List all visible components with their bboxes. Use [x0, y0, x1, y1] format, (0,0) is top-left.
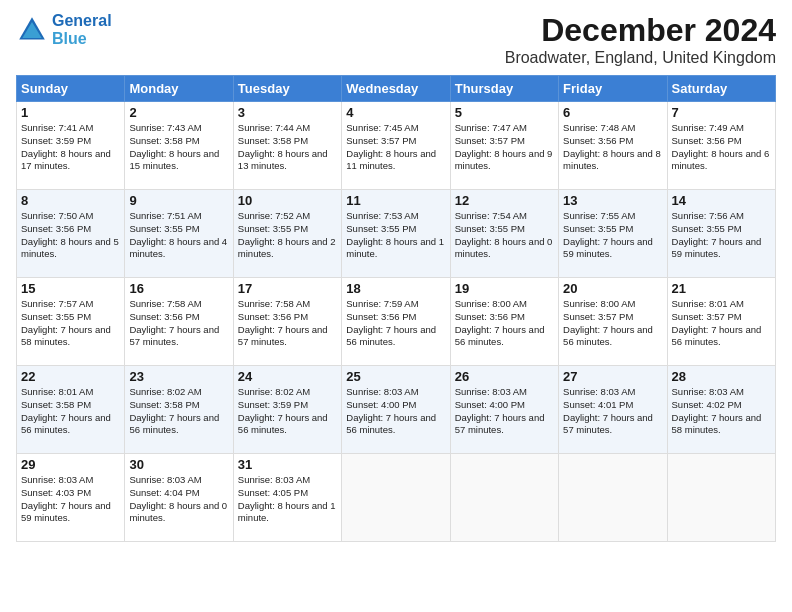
table-row: 22 Sunrise: 8:01 AMSunset: 3:58 PMDaylig…	[17, 366, 125, 454]
day-number: 4	[346, 105, 445, 120]
day-number: 3	[238, 105, 337, 120]
table-row: 11 Sunrise: 7:53 AMSunset: 3:55 PMDaylig…	[342, 190, 450, 278]
cell-info: Sunrise: 8:03 AMSunset: 4:02 PMDaylight:…	[672, 386, 762, 435]
day-number: 1	[21, 105, 120, 120]
table-row	[559, 454, 667, 542]
table-row: 9 Sunrise: 7:51 AMSunset: 3:55 PMDayligh…	[125, 190, 233, 278]
table-row: 20 Sunrise: 8:00 AMSunset: 3:57 PMDaylig…	[559, 278, 667, 366]
title-block: December 2024 Broadwater, England, Unite…	[505, 12, 776, 67]
table-row: 3 Sunrise: 7:44 AMSunset: 3:58 PMDayligh…	[233, 102, 341, 190]
cell-info: Sunrise: 7:52 AMSunset: 3:55 PMDaylight:…	[238, 210, 336, 259]
table-row: 1 Sunrise: 7:41 AMSunset: 3:59 PMDayligh…	[17, 102, 125, 190]
table-row	[667, 454, 775, 542]
table-row	[342, 454, 450, 542]
day-number: 11	[346, 193, 445, 208]
day-number: 19	[455, 281, 554, 296]
day-number: 18	[346, 281, 445, 296]
logo-icon	[16, 14, 48, 46]
cell-info: Sunrise: 7:47 AMSunset: 3:57 PMDaylight:…	[455, 122, 553, 171]
cell-info: Sunrise: 7:49 AMSunset: 3:56 PMDaylight:…	[672, 122, 770, 171]
table-row: 8 Sunrise: 7:50 AMSunset: 3:56 PMDayligh…	[17, 190, 125, 278]
day-number: 23	[129, 369, 228, 384]
table-row: 6 Sunrise: 7:48 AMSunset: 3:56 PMDayligh…	[559, 102, 667, 190]
table-row: 23 Sunrise: 8:02 AMSunset: 3:58 PMDaylig…	[125, 366, 233, 454]
day-number: 28	[672, 369, 771, 384]
day-number: 20	[563, 281, 662, 296]
cell-info: Sunrise: 7:48 AMSunset: 3:56 PMDaylight:…	[563, 122, 661, 171]
logo-text: General Blue	[52, 12, 112, 47]
cell-info: Sunrise: 7:50 AMSunset: 3:56 PMDaylight:…	[21, 210, 119, 259]
table-row: 30 Sunrise: 8:03 AMSunset: 4:04 PMDaylig…	[125, 454, 233, 542]
day-number: 17	[238, 281, 337, 296]
cell-info: Sunrise: 7:58 AMSunset: 3:56 PMDaylight:…	[129, 298, 219, 347]
day-number: 10	[238, 193, 337, 208]
table-row: 21 Sunrise: 8:01 AMSunset: 3:57 PMDaylig…	[667, 278, 775, 366]
calendar-week-row: 22 Sunrise: 8:01 AMSunset: 3:58 PMDaylig…	[17, 366, 776, 454]
calendar-week-row: 29 Sunrise: 8:03 AMSunset: 4:03 PMDaylig…	[17, 454, 776, 542]
col-wednesday: Wednesday	[342, 76, 450, 102]
day-number: 29	[21, 457, 120, 472]
table-row	[450, 454, 558, 542]
cell-info: Sunrise: 8:03 AMSunset: 4:05 PMDaylight:…	[238, 474, 336, 523]
cell-info: Sunrise: 7:56 AMSunset: 3:55 PMDaylight:…	[672, 210, 762, 259]
table-row: 29 Sunrise: 8:03 AMSunset: 4:03 PMDaylig…	[17, 454, 125, 542]
day-number: 9	[129, 193, 228, 208]
table-row: 28 Sunrise: 8:03 AMSunset: 4:02 PMDaylig…	[667, 366, 775, 454]
cell-info: Sunrise: 7:53 AMSunset: 3:55 PMDaylight:…	[346, 210, 444, 259]
table-row: 5 Sunrise: 7:47 AMSunset: 3:57 PMDayligh…	[450, 102, 558, 190]
day-number: 13	[563, 193, 662, 208]
day-number: 31	[238, 457, 337, 472]
cell-info: Sunrise: 8:03 AMSunset: 4:01 PMDaylight:…	[563, 386, 653, 435]
cell-info: Sunrise: 8:01 AMSunset: 3:58 PMDaylight:…	[21, 386, 111, 435]
table-row: 12 Sunrise: 7:54 AMSunset: 3:55 PMDaylig…	[450, 190, 558, 278]
day-number: 21	[672, 281, 771, 296]
logo: General Blue	[16, 12, 112, 47]
day-number: 8	[21, 193, 120, 208]
day-number: 7	[672, 105, 771, 120]
col-thursday: Thursday	[450, 76, 558, 102]
cell-info: Sunrise: 7:44 AMSunset: 3:58 PMDaylight:…	[238, 122, 328, 171]
day-number: 22	[21, 369, 120, 384]
table-row: 16 Sunrise: 7:58 AMSunset: 3:56 PMDaylig…	[125, 278, 233, 366]
month-title: December 2024	[505, 12, 776, 49]
table-row: 17 Sunrise: 7:58 AMSunset: 3:56 PMDaylig…	[233, 278, 341, 366]
table-row: 31 Sunrise: 8:03 AMSunset: 4:05 PMDaylig…	[233, 454, 341, 542]
day-number: 30	[129, 457, 228, 472]
cell-info: Sunrise: 8:03 AMSunset: 4:03 PMDaylight:…	[21, 474, 111, 523]
day-number: 2	[129, 105, 228, 120]
table-row: 19 Sunrise: 8:00 AMSunset: 3:56 PMDaylig…	[450, 278, 558, 366]
cell-info: Sunrise: 7:57 AMSunset: 3:55 PMDaylight:…	[21, 298, 111, 347]
col-monday: Monday	[125, 76, 233, 102]
table-row: 14 Sunrise: 7:56 AMSunset: 3:55 PMDaylig…	[667, 190, 775, 278]
table-row: 15 Sunrise: 7:57 AMSunset: 3:55 PMDaylig…	[17, 278, 125, 366]
col-tuesday: Tuesday	[233, 76, 341, 102]
cell-info: Sunrise: 8:02 AMSunset: 3:59 PMDaylight:…	[238, 386, 328, 435]
cell-info: Sunrise: 7:51 AMSunset: 3:55 PMDaylight:…	[129, 210, 227, 259]
day-number: 25	[346, 369, 445, 384]
cell-info: Sunrise: 7:55 AMSunset: 3:55 PMDaylight:…	[563, 210, 653, 259]
cell-info: Sunrise: 7:58 AMSunset: 3:56 PMDaylight:…	[238, 298, 328, 347]
col-friday: Friday	[559, 76, 667, 102]
table-row: 13 Sunrise: 7:55 AMSunset: 3:55 PMDaylig…	[559, 190, 667, 278]
cell-info: Sunrise: 8:03 AMSunset: 4:00 PMDaylight:…	[455, 386, 545, 435]
cell-info: Sunrise: 7:59 AMSunset: 3:56 PMDaylight:…	[346, 298, 436, 347]
table-row: 10 Sunrise: 7:52 AMSunset: 3:55 PMDaylig…	[233, 190, 341, 278]
location: Broadwater, England, United Kingdom	[505, 49, 776, 67]
cell-info: Sunrise: 8:02 AMSunset: 3:58 PMDaylight:…	[129, 386, 219, 435]
calendar: Sunday Monday Tuesday Wednesday Thursday…	[16, 75, 776, 542]
table-row: 4 Sunrise: 7:45 AMSunset: 3:57 PMDayligh…	[342, 102, 450, 190]
table-row: 27 Sunrise: 8:03 AMSunset: 4:01 PMDaylig…	[559, 366, 667, 454]
cell-info: Sunrise: 7:45 AMSunset: 3:57 PMDaylight:…	[346, 122, 436, 171]
cell-info: Sunrise: 8:00 AMSunset: 3:56 PMDaylight:…	[455, 298, 545, 347]
table-row: 25 Sunrise: 8:03 AMSunset: 4:00 PMDaylig…	[342, 366, 450, 454]
cell-info: Sunrise: 8:00 AMSunset: 3:57 PMDaylight:…	[563, 298, 653, 347]
cell-info: Sunrise: 8:03 AMSunset: 4:00 PMDaylight:…	[346, 386, 436, 435]
day-number: 24	[238, 369, 337, 384]
table-row: 7 Sunrise: 7:49 AMSunset: 3:56 PMDayligh…	[667, 102, 775, 190]
cell-info: Sunrise: 8:03 AMSunset: 4:04 PMDaylight:…	[129, 474, 227, 523]
day-number: 6	[563, 105, 662, 120]
table-row: 18 Sunrise: 7:59 AMSunset: 3:56 PMDaylig…	[342, 278, 450, 366]
col-saturday: Saturday	[667, 76, 775, 102]
cell-info: Sunrise: 7:43 AMSunset: 3:58 PMDaylight:…	[129, 122, 219, 171]
day-number: 14	[672, 193, 771, 208]
